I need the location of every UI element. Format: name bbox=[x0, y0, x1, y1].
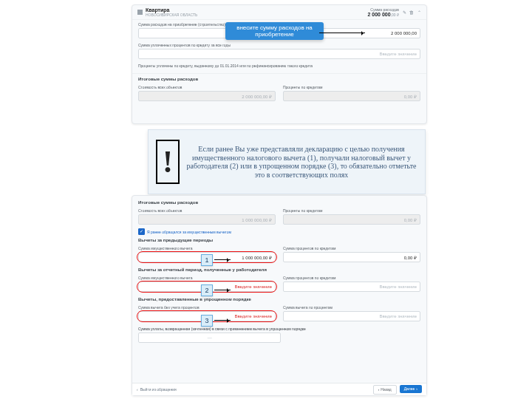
callout-arrow bbox=[319, 33, 365, 33]
group2-title: Вычеты за отчетный период, полученные у … bbox=[138, 267, 420, 272]
marker-3: 3 bbox=[201, 315, 213, 327]
g1a-label: Сумма имущественного вычета bbox=[138, 246, 276, 250]
chevron-right-icon: › bbox=[416, 386, 417, 391]
g3b-input[interactable]: Введите значение bbox=[283, 311, 420, 321]
bot-c2-val: 0,00 ₽ bbox=[283, 214, 420, 225]
checkbox-icon: ✓ bbox=[138, 228, 145, 235]
g3b-label: Сумма вычета по процентам bbox=[283, 305, 420, 310]
top-col1-val: 2 000 000,00 ₽ bbox=[138, 91, 276, 101]
g2b-input[interactable]: Введите значение bbox=[283, 282, 420, 292]
bot-c1-val: 1 000 000,00 ₽ bbox=[138, 214, 276, 225]
back-button[interactable]: ‹Назад bbox=[373, 385, 397, 395]
bottom-card: Итоговые суммы расходов Стоимость всех о… bbox=[132, 195, 427, 396]
arrow-3 bbox=[214, 320, 231, 321]
marker-2: 2 bbox=[201, 284, 213, 296]
info-text: Если ранее Вы уже представляли деклараци… bbox=[185, 145, 417, 179]
group4-title: Сумма уплаты, возвращенная (зачтенная) в… bbox=[138, 327, 420, 331]
apartment-title: Квартира bbox=[146, 7, 197, 13]
bot-c2-label: Проценты по кредитам bbox=[283, 208, 420, 213]
delete-icon[interactable]: 🗑 bbox=[409, 10, 414, 15]
prev-deduction-checkbox[interactable]: ✓ Я ранее обращался за имущественным выч… bbox=[138, 228, 420, 235]
exit-link[interactable]: ‹ Выйти из обращения bbox=[137, 387, 177, 392]
apartment-header: Квартира НОВОСИБИРСКАЯ ОБЛАСТЬ Сумма рас… bbox=[132, 5, 426, 20]
chevron-left-icon: ‹ bbox=[137, 387, 138, 392]
group3-title: Вычеты, предоставленные в упрощенном пор… bbox=[138, 297, 420, 301]
g4-input[interactable]: — bbox=[138, 332, 281, 343]
arrow-2 bbox=[214, 290, 231, 290]
sum-amount: 2 000 000 bbox=[368, 12, 391, 17]
group1-title: Вычеты за предыдущие периоды bbox=[138, 238, 420, 242]
g2b-label: Сумма процентов по кредитам bbox=[283, 276, 420, 280]
arrow-1 bbox=[214, 259, 231, 260]
info-panel: ! Если ранее Вы уже представляли деклара… bbox=[148, 129, 426, 194]
bot-totals-title: Итоговые суммы расходов bbox=[138, 200, 420, 205]
chevron-left-icon: ‹ bbox=[378, 387, 380, 392]
marker-1: 1 bbox=[201, 254, 213, 266]
field2-label: Сумма уплаченных процентов по кредиту за… bbox=[138, 43, 420, 47]
chevron-up-icon[interactable]: ⌃ bbox=[417, 10, 421, 15]
g1b-label: Сумма процентов по кредитам bbox=[283, 246, 420, 250]
top-col2-val: 0,00 ₽ bbox=[283, 91, 420, 101]
exclamation-icon: ! bbox=[156, 140, 180, 184]
field3-label: Проценты уплачены по кредиту, выданному … bbox=[138, 64, 420, 68]
top-totals-title: Итоговые суммы расходов bbox=[138, 77, 420, 81]
edit-icon[interactable]: ✎ bbox=[402, 10, 406, 15]
apartment-region: НОВОСИБИРСКАЯ ОБЛАСТЬ bbox=[146, 13, 197, 17]
field2-input[interactable]: Введите значение bbox=[138, 49, 420, 59]
g3a-label: Сумма вычета без учета процентов bbox=[138, 305, 276, 310]
top-col2-label: Проценты по кредитам bbox=[283, 85, 420, 89]
next-button[interactable]: Далее› bbox=[400, 385, 422, 393]
g2a-label: Сумма имущественного вычета bbox=[138, 276, 276, 280]
g1b-input[interactable]: 0,00 ₽ bbox=[283, 252, 420, 262]
bot-c1-label: Стоимость всех объектов bbox=[138, 208, 276, 213]
callout-tooltip: внесите сумму расходов на приобретение bbox=[225, 22, 324, 40]
building-icon bbox=[137, 10, 143, 15]
bottom-footer: ‹ Выйти из обращения ‹Назад Далее› bbox=[132, 383, 426, 395]
top-col1-label: Стоимость всех объектов bbox=[138, 85, 276, 89]
